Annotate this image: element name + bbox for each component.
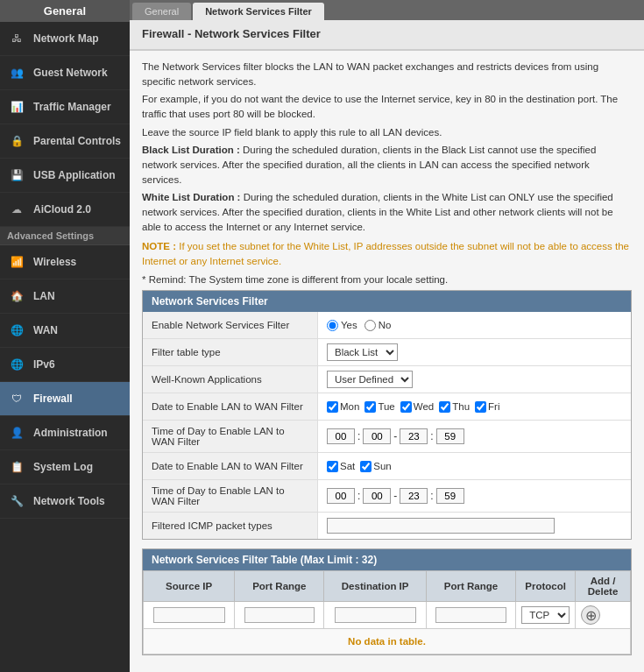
description-block: The Network Services filter blocks the L… <box>142 60 632 286</box>
network-map-icon: 🖧 <box>7 29 26 48</box>
radio-yes-label[interactable]: Yes <box>327 320 357 331</box>
top-tab-bar: General Network Services Filter <box>130 0 644 20</box>
desc-text-3: Leave the source IP field blank to apply… <box>142 125 632 140</box>
time-sep2: : <box>430 430 433 442</box>
radio-no[interactable] <box>364 320 376 331</box>
tab-general[interactable]: General <box>132 3 191 20</box>
page-header: Firewall - Network Services Filter <box>130 20 644 51</box>
time-start-hour-weekday[interactable] <box>327 428 355 444</box>
sidebar-item-network-map[interactable]: 🖧 Network Map <box>0 22 130 56</box>
administration-icon: 👤 <box>7 423 26 442</box>
sidebar-item-label: Wireless <box>33 256 76 268</box>
sidebar-item-aicloud[interactable]: ☁ AiCloud 2.0 <box>0 193 130 227</box>
sidebar-item-label: Guest Network <box>33 67 108 79</box>
sidebar-item-administration[interactable]: 👤 Administration <box>0 416 130 450</box>
sidebar-item-wan[interactable]: 🌐 WAN <box>0 314 130 348</box>
sidebar-item-guest-network[interactable]: 👥 Guest Network <box>0 56 130 90</box>
time-sep4: : <box>430 490 433 502</box>
sidebar-item-parental-controls[interactable]: 🔒 Parental Controls <box>0 124 130 159</box>
cb-tue-label[interactable]: Tue <box>364 401 394 413</box>
sidebar-item-usb-application[interactable]: 💾 USB Application <box>0 159 130 193</box>
blacklist-desc: Black List Duration : During the schedul… <box>142 143 632 187</box>
cb-sun[interactable] <box>360 461 372 472</box>
icmp-input[interactable] <box>327 518 555 534</box>
apps-select[interactable]: User Defined HTTP FTP HTTPS <box>327 371 413 388</box>
cell-add-delete: ⊕ <box>576 602 631 629</box>
time-sep3: : <box>357 490 360 502</box>
sidebar-item-network-tools[interactable]: 🔧 Network Tools <box>0 485 130 519</box>
time-end-min-weekday[interactable] <box>436 428 464 444</box>
time-dash2: - <box>393 490 397 502</box>
table-input-row: TCP UDP Both ⊕ <box>144 602 631 629</box>
filter-row-time-weekend: Time of Day to Enable LAN to WAN Filter … <box>143 480 631 513</box>
time-start-min-weekday[interactable] <box>363 428 391 444</box>
sidebar-item-traffic-manager[interactable]: 📊 Traffic Manager <box>0 90 130 124</box>
sidebar-item-wireless[interactable]: 📶 Wireless <box>0 245 130 279</box>
whitelist-desc: White List Duration : During the schedul… <box>142 190 632 234</box>
time-start-min-weekend[interactable] <box>363 488 391 504</box>
cb-mon[interactable] <box>327 401 338 413</box>
cb-thu-label[interactable]: Thu <box>439 401 470 413</box>
guest-network-icon: 👥 <box>7 63 26 82</box>
input-port-range-2[interactable] <box>435 607 506 623</box>
add-button[interactable]: ⊕ <box>581 605 600 625</box>
filter-value-date-weekend: Sat Sun <box>318 457 631 476</box>
sidebar-item-label: Network Map <box>33 32 99 45</box>
cb-sun-label[interactable]: Sun <box>360 461 391 472</box>
col-source-ip: Source IP <box>144 571 235 602</box>
input-source-ip[interactable] <box>153 607 225 623</box>
protocol-select[interactable]: TCP UDP Both <box>521 606 570 624</box>
cb-sat-label[interactable]: Sat <box>327 461 355 472</box>
sidebar-item-lan[interactable]: 🏠 LAN <box>0 279 130 314</box>
cb-mon-label[interactable]: Mon <box>327 401 359 413</box>
cb-fri[interactable] <box>475 401 486 413</box>
sidebar-item-system-log[interactable]: 📋 System Log <box>0 450 130 485</box>
blacklist-label: Black List Duration : <box>142 145 240 155</box>
filter-type-select[interactable]: Black List White List <box>327 343 398 361</box>
weekend-checkboxes: Sat Sun <box>327 461 392 472</box>
cb-wed[interactable] <box>400 401 412 413</box>
cb-thu[interactable] <box>439 401 450 413</box>
sidebar-item-label: Network Tools <box>33 495 105 507</box>
input-port-range-1[interactable] <box>244 607 315 623</box>
sidebar-item-label: AiCloud 2.0 <box>33 203 91 216</box>
cell-source-ip <box>144 602 235 629</box>
filter-row-type: Filter table type Black List White List <box>143 339 631 366</box>
filter-label-type: Filter table type <box>143 339 318 365</box>
aicloud-icon: ☁ <box>7 200 26 219</box>
sidebar-advanced-header: Advanced Settings <box>0 227 130 245</box>
main-scrollable: The Network Services filter blocks the L… <box>130 51 644 672</box>
time-end-hour-weekend[interactable] <box>400 488 428 504</box>
wireless-icon: 📶 <box>7 252 26 272</box>
cb-sat[interactable] <box>327 461 338 472</box>
radio-yes[interactable] <box>327 320 338 331</box>
cb-wed-label[interactable]: Wed <box>400 401 434 413</box>
filter-value-date-weekdays: Mon Tue Wed Thu Fri <box>318 398 631 416</box>
sidebar-item-label: Traffic Manager <box>33 101 111 113</box>
time-end-hour-weekday[interactable] <box>400 428 428 444</box>
sidebar-item-ipv6[interactable]: 🌐 IPv6 <box>0 348 130 382</box>
wan-icon: 🌐 <box>7 321 26 340</box>
note-text: NOTE : If you set the subnet for the Whi… <box>142 239 632 268</box>
time-sep1: : <box>357 430 360 442</box>
desc-text-1: The Network Services filter blocks the L… <box>142 60 632 88</box>
remind-text: * Remind: The System time zone is differ… <box>142 272 632 287</box>
tab-nsf[interactable]: Network Services Filter <box>193 3 324 20</box>
time-group-weekday: : - : <box>327 428 464 444</box>
cb-tue[interactable] <box>364 401 376 413</box>
time-end-min-weekend[interactable] <box>436 488 464 504</box>
main-content-area: General Network Services Filter Firewall… <box>130 0 644 672</box>
system-log-icon: 📋 <box>7 457 26 477</box>
cb-fri-label[interactable]: Fri <box>475 401 499 413</box>
input-dest-ip[interactable] <box>335 607 416 623</box>
traffic-manager-icon: 📊 <box>7 97 26 117</box>
filter-section: Network Services Filter Enable Network S… <box>142 290 632 540</box>
time-start-hour-weekend[interactable] <box>327 488 355 504</box>
filter-row-apps: Well-Known Applications User Defined HTT… <box>143 366 631 393</box>
table-header-row: Source IP Port Range Destination IP Port… <box>144 571 631 602</box>
radio-no-label[interactable]: No <box>364 320 392 331</box>
filter-label-date-weekdays: Date to Enable LAN to WAN Filter <box>143 393 318 420</box>
filter-value-icmp <box>318 514 631 537</box>
sidebar-item-firewall[interactable]: 🛡 Firewall <box>0 382 130 416</box>
filter-label-apps: Well-Known Applications <box>143 366 318 393</box>
